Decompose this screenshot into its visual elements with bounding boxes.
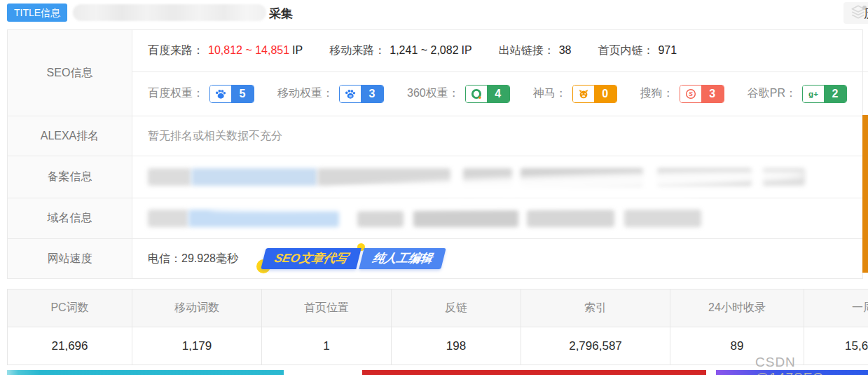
so360-weight: 360权重： 4 [407, 85, 510, 103]
site-speed-row-label: 网站速度 [8, 239, 132, 278]
paw-m-icon: m [340, 86, 361, 102]
mobile-weight-badge[interactable]: m 3 [339, 85, 384, 103]
green-ring-icon [466, 86, 487, 102]
google-pr-badge[interactable]: g+ 2 [802, 85, 847, 103]
seo-writing-ad-banner[interactable]: SEO文章代写 纯人工编辑 [263, 248, 443, 269]
paw-icon [210, 86, 231, 102]
col-header-week-inclusion: 一周收录 [804, 289, 868, 327]
homepage-internal-links: 首页内链：971 [598, 43, 677, 58]
svg-text:g+: g+ [808, 89, 818, 98]
page: TITLE信息 采集 历 SEO信息 百度来路：10,812 ~ 14,851I… [0, 0, 868, 375]
telecom-latency-value: 29.928毫秒 [181, 252, 238, 266]
alexa-row-label: ALEXA排名 [8, 116, 132, 156]
shenma-weight: 神马： 0 [533, 85, 617, 103]
site-speed-row: 网站速度 电信： 29.928毫秒 SEO文章代写 纯人工编辑 [8, 238, 862, 278]
svg-text:S: S [689, 90, 693, 97]
col-header-index: 索引 [521, 289, 670, 327]
sogou-weight: 搜狗： S 3 [640, 85, 724, 103]
ad-left-text: SEO文章代写 [261, 248, 361, 269]
csdn-watermark: CSDN @147SEO [755, 355, 868, 375]
col-header-mobile-words: 移动词数 [132, 289, 262, 327]
seo-info-row-label: SEO信息 [8, 30, 132, 116]
svg-text:m: m [349, 94, 352, 97]
col-header-24h-inclusion: 24小时收录 [670, 289, 804, 327]
bottom-bar-red [362, 370, 706, 375]
alexa-value: 暂无排名或相关数据不充分 [132, 116, 862, 156]
bottom-bar-cyan [7, 370, 284, 375]
value-backlinks: 198 [392, 327, 521, 364]
google-pr: 谷歌PR： g+ 2 [748, 85, 847, 103]
keyword-stats-table: PC词数 移动词数 首页位置 反链 索引 24小时收录 一周收录 21,696 … [7, 289, 868, 365]
value-pc-words: 21,696 [8, 327, 132, 364]
col-header-pc-words: PC词数 [8, 289, 132, 327]
title-info-badge: TITLE信息 [7, 4, 67, 22]
value-index: 2,796,587 [521, 327, 670, 364]
shenma-weight-badge[interactable]: 0 [572, 85, 617, 103]
outbound-links: 出站链接：38 [499, 43, 572, 58]
clipped-label-text: 历 [864, 6, 868, 22]
telecom-label: 电信： [148, 252, 181, 266]
gplus-icon: g+ [803, 86, 824, 102]
col-header-home-position: 首页位置 [262, 289, 392, 327]
keyword-stats-value-row: 21,696 1,179 1 198 2,796,587 89 15,6 [8, 327, 868, 364]
sogou-s-icon: S [680, 86, 701, 102]
censored-title-text [73, 4, 266, 21]
mobile-weight: 移动权重： m 3 [277, 85, 384, 103]
alexa-row: ALEXA排名 暂无排名或相关数据不充分 [8, 116, 862, 156]
weights-line: 百度权重： 5 [132, 72, 868, 115]
icp-record-row-label: 备案信息 [8, 156, 132, 198]
ad-right-text: 纯人工编辑 [359, 248, 446, 269]
traffic-line: 百度来路：10,812 ~ 14,851IP 移动来路：1,241 ~ 2,08… [132, 30, 868, 72]
baidu-weight: 百度权重： 5 [148, 85, 254, 103]
site-info-table: SEO信息 百度来路：10,812 ~ 14,851IP 移动来路：1,241 … [7, 29, 863, 279]
col-header-backlinks: 反链 [392, 289, 521, 327]
mobile-traffic: 移动来路：1,241 ~ 2,082IP [329, 43, 471, 58]
clipped-orange-panel-edge [862, 115, 868, 273]
keyword-stats-header-row: PC词数 移动词数 首页位置 反链 索引 24小时收录 一周收录 [8, 289, 868, 327]
seo-info-row: SEO信息 百度来路：10,812 ~ 14,851IP 移动来路：1,241 … [8, 30, 862, 116]
value-mobile-words: 1,179 [132, 327, 262, 364]
so360-weight-badge[interactable]: 4 [465, 85, 510, 103]
baidu-weight-badge[interactable]: 5 [209, 85, 254, 103]
value-home-position: 1 [262, 327, 392, 364]
title-suffix-text: 采集 [269, 6, 293, 22]
domain-info-row-label: 域名信息 [8, 198, 132, 238]
shenma-animal-icon [573, 86, 594, 102]
baidu-traffic: 百度来路：10,812 ~ 14,851IP [148, 43, 303, 58]
sogou-weight-badge[interactable]: S 3 [680, 85, 724, 103]
